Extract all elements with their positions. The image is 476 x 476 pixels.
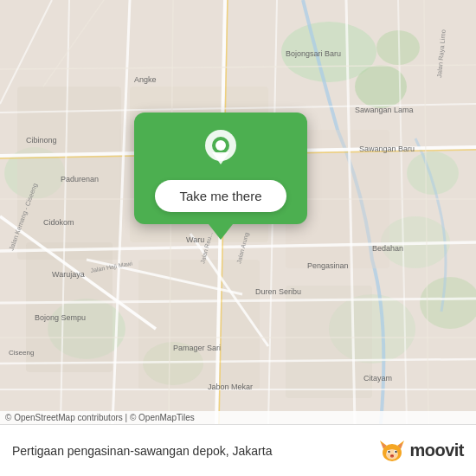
- copyright-label: © OpenStreetMap contributors | © OpenMap…: [5, 413, 195, 422]
- svg-text:Pamager Sari: Pamager Sari: [173, 344, 221, 352]
- svg-text:Angke: Angke: [134, 75, 157, 84]
- svg-text:Pengasinan: Pengasinan: [307, 261, 349, 270]
- svg-point-75: [389, 450, 390, 452]
- location-pin-icon: [200, 128, 241, 170]
- svg-text:Cibinong: Cibinong: [26, 136, 57, 145]
- svg-text:Warujaya: Warujaya: [52, 270, 85, 279]
- bottom-bar: Pertigaan pengasinan-sawangan depok, Jak…: [0, 424, 476, 476]
- svg-rect-14: [138, 260, 260, 389]
- svg-text:Sawangan Lama: Sawangan Lama: [355, 106, 414, 114]
- svg-text:Citayam: Citayam: [363, 374, 392, 383]
- svg-point-5: [407, 151, 459, 195]
- map-view[interactable]: Cibinong Padurenan Cidokom Warujaya Bojo…: [0, 0, 476, 424]
- svg-text:Ciseeng: Ciseeng: [9, 349, 34, 357]
- svg-text:Cidokom: Cidokom: [43, 218, 74, 227]
- take-me-there-button[interactable]: Take me there: [155, 180, 286, 212]
- svg-text:Waru: Waru: [186, 235, 204, 244]
- svg-text:Bojongsari Baru: Bojongsari Baru: [286, 49, 341, 58]
- moovit-logo: moovit: [378, 437, 464, 465]
- moovit-fox-icon: [378, 437, 406, 465]
- svg-text:Bedahan: Bedahan: [372, 244, 403, 253]
- popup-card: Take me there: [134, 113, 307, 224]
- copyright-text: © OpenStreetMap contributors | © OpenMap…: [0, 411, 476, 424]
- svg-point-65: [215, 140, 226, 151]
- svg-text:Sawangan Baru: Sawangan Baru: [359, 145, 415, 153]
- svg-text:Jabon Mekar: Jabon Mekar: [208, 383, 253, 391]
- svg-text:Bojong Sempu: Bojong Sempu: [35, 313, 86, 322]
- svg-point-77: [390, 454, 394, 456]
- location-name: Pertigaan pengasinan-sawangan depok, Jak…: [12, 444, 378, 458]
- moovit-brand-text: moovit: [409, 441, 464, 460]
- svg-point-76: [396, 450, 397, 452]
- svg-rect-16: [286, 286, 372, 398]
- svg-text:Padurenan: Padurenan: [61, 175, 99, 183]
- svg-text:Duren Seribu: Duren Seribu: [255, 287, 301, 296]
